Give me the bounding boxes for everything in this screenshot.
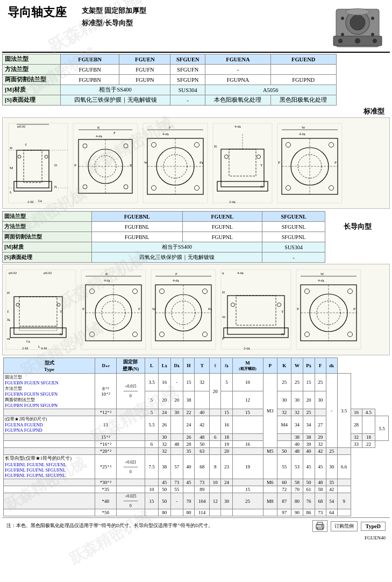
long-drawing-right: 4-d₁ P P W: [296, 270, 361, 349]
svg-point-2: [338, 39, 343, 43]
svg-text:N: N: [60, 332, 62, 336]
long-type-spec-table: 固法兰型 FGUEBNL FGUENL SFGUENL 方法兰型 FGUFBNL…: [2, 211, 325, 263]
svg-point-157: [304, 332, 309, 337]
svg-text:W: W: [302, 125, 305, 130]
svg-text:L₁: L₁: [38, 199, 42, 203]
svg-text:q: q: [222, 271, 224, 275]
col-l-small: ℓ: [210, 358, 221, 374]
svg-rect-92: [19, 326, 57, 331]
printer-icon-btn[interactable]: [312, 520, 327, 532]
svg-point-111: [89, 289, 94, 294]
col-w: W: [291, 358, 303, 374]
svg-point-6: [346, 9, 369, 15]
drawing-side-view: H L L₁ D M 2-M φ0.02 T N: [9, 123, 68, 204]
table-row: *40 +0.025─────0 15 50 - 70 104 12 30 25…: [4, 493, 389, 509]
footer-right: 订购范例 TypeD: [312, 520, 386, 532]
svg-point-80: [329, 186, 333, 191]
svg-point-66: [256, 155, 260, 159]
long-drawing-front: 4-d₁ P F K: [81, 270, 146, 349]
row-label-cut-flange: 两面切割法兰型: [3, 75, 61, 85]
svg-text:N: N: [260, 185, 263, 189]
svg-rect-139: [224, 328, 288, 338]
svg-point-37: [124, 185, 128, 189]
col-t: T: [195, 358, 210, 374]
svg-point-3: [373, 39, 377, 43]
page-footer: 注：本色、黑色阳极氧化处理品仅适用于带"²符号的D尺寸。长导向型仅适用于带"¹符…: [2, 517, 390, 534]
svg-point-65: [224, 155, 228, 159]
col-f: F: [315, 358, 326, 374]
dimension-table: 型式Type D₊ᵣ 固定部壁厚(N) L L₁ D₁ H T ℓ ℓ₁ M(粗…: [3, 357, 389, 516]
svg-text:P: P: [297, 307, 299, 311]
row-label-fixed-flange: 固法兰型: [3, 54, 61, 65]
product-image-cell: [336, 54, 390, 85]
standard-type-label-container: 标准型: [2, 107, 384, 116]
svg-text:φ0.02: φ0.02: [44, 271, 52, 275]
table-row: *50 80 80 114 97 90 86 73 64: [4, 509, 389, 516]
svg-text:H: H: [214, 144, 217, 149]
svg-rect-89: [14, 297, 62, 334]
long-type-label: 长导向型: [325, 222, 390, 232]
svg-point-16: [18, 155, 21, 158]
page-title: 导向轴支座: [8, 4, 67, 20]
long-drawing-side2: H T N 2-d₁ 4-d₁ q W P: [221, 270, 291, 350]
svg-rect-14: [14, 181, 52, 191]
svg-point-93: [16, 303, 19, 306]
svg-point-5: [350, 15, 365, 30]
svg-point-142: [277, 303, 281, 307]
table-row: 固法兰型 FGUEBN FGUEN SFGUEN 方法兰型 FGUFBN FGU…: [4, 374, 389, 391]
svg-point-34: [83, 144, 87, 148]
order-example-button[interactable]: 订购范例: [331, 521, 358, 531]
table-row: 长导向型(仅带★1符号的D尺寸)FGUEBNL FGUENL SFGUENLFG…: [4, 455, 389, 479]
page-content: 导向轴支座 支架型 固定部加厚型 标准型/长导向型: [0, 0, 392, 541]
svg-text:W: W: [152, 307, 156, 311]
table-row: *30⁺² 45 73 45 73 10 24 M6 60 58 50 48 3…: [4, 479, 389, 486]
footer-note: 注：本色、黑色阳极氧化处理品仅适用于带"²符号的D尺寸。长导向型仅适用于带"¹符…: [6, 523, 312, 529]
col-l: L: [145, 358, 159, 374]
svg-point-11: [355, 38, 360, 44]
drawing-side-view2: H T N 2-d₁ 4-d₁: [213, 123, 272, 204]
svg-text:4-d₁: 4-d₁: [318, 278, 324, 282]
standard-drawing-area: H L L₁ D M 2-M φ0.02 T N: [2, 117, 390, 209]
table-row: *35 10 50 55 89 15 72 70 61 58 42: [4, 486, 389, 493]
svg-point-94: [57, 303, 60, 306]
col-h: H: [183, 358, 195, 374]
svg-text:4-d₁: 4-d₁: [96, 134, 102, 138]
svg-point-36: [83, 185, 87, 189]
long-drawing-area: H T N 2-M 4-M φ0.02 φ0.02 L₁ L ℓ ℓ₁ e₁: [2, 264, 390, 355]
svg-text:T: T: [25, 143, 27, 146]
svg-text:φ0.02: φ0.02: [17, 124, 25, 128]
svg-point-126: [159, 289, 164, 294]
svg-text:2-M: 2-M: [22, 346, 28, 350]
svg-rect-140: [236, 296, 276, 325]
svg-text:K: K: [97, 125, 100, 129]
svg-text:P₁: P₁: [208, 307, 212, 311]
svg-point-10: [371, 33, 374, 36]
svg-text:F: F: [113, 131, 116, 135]
svg-point-50: [151, 143, 156, 148]
svg-text:2-d₁: 2-d₁: [244, 346, 250, 350]
svg-point-114: [132, 332, 137, 337]
page-subtitle-line1: 支架型 固定部加厚型: [82, 5, 146, 17]
svg-text:ℓ₁: ℓ₁: [7, 318, 10, 322]
long-drawings-svg: H T N 2-M 4-M φ0.02 φ0.02 L₁ L ℓ ℓ₁ e₁: [3, 264, 389, 355]
svg-point-77: [286, 143, 290, 148]
svg-text:e₁: e₁: [7, 336, 10, 341]
col-d1: D₁: [170, 358, 183, 374]
svg-text:φ0.02: φ0.02: [9, 271, 17, 275]
typed-badge[interactable]: TypeD: [361, 522, 386, 531]
svg-point-35: [124, 144, 128, 148]
svg-text:W: W: [144, 160, 148, 165]
svg-text:4-M: 4-M: [41, 346, 47, 350]
standard-type-label: 标准型: [364, 107, 384, 115]
col-n: 固定部壁厚(N): [116, 358, 145, 374]
svg-text:H: H: [7, 291, 10, 295]
product-image: [331, 6, 384, 50]
long-drawing-side: H T N 2-M 4-M φ0.02 φ0.02 L₁ L ℓ ℓ₁ e₁: [6, 270, 76, 350]
product-3d-svg: [331, 6, 384, 50]
svg-text:F: F: [175, 272, 177, 276]
svg-text:T: T: [281, 310, 284, 314]
svg-text:2-M: 2-M: [27, 200, 33, 204]
svg-point-113: [89, 332, 94, 337]
svg-point-155: [304, 289, 309, 294]
col-l1-small: ℓ₁: [221, 358, 232, 374]
